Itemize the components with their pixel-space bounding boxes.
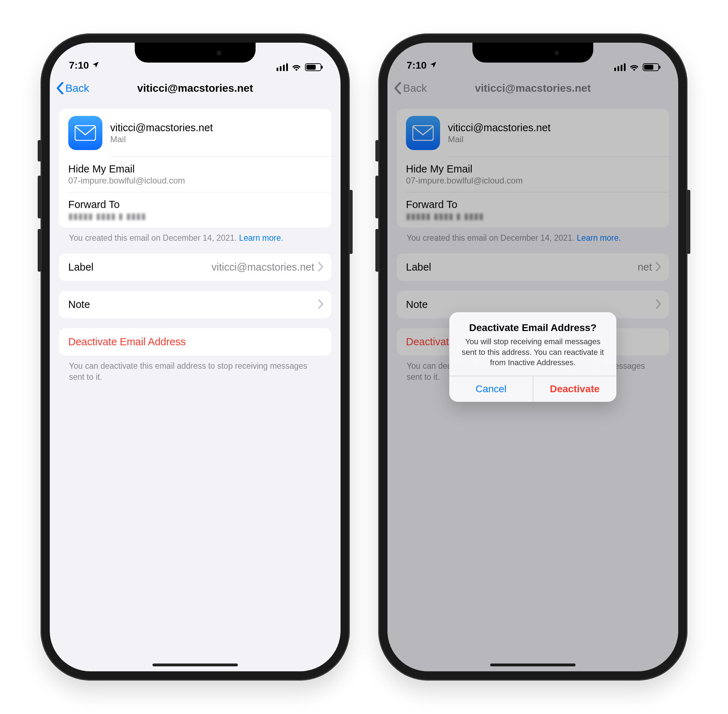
home-indicator[interactable] [153,663,238,666]
deactivate-alert: Deactivate Email Address? You will stop … [449,312,616,402]
wifi-icon [292,63,301,71]
mail-app-icon [68,116,102,150]
nav-bar: Back viticci@macstories.net [50,74,340,102]
location-icon [92,60,100,71]
info-card: viticci@macstories.net Mail Hide My Emai… [59,109,331,228]
forward-to-label: Forward To [68,199,322,210]
app-title: viticci@macstories.net [110,122,213,134]
deactivate-button[interactable]: Deactivate Email Address [59,328,331,356]
learn-more-link[interactable]: Learn more. [239,233,283,243]
iphone-mockup-right: 7:10 Back viticci@macstories.net [378,33,688,681]
forward-to-value-obscured: ▮▮▮▮▮ ▮▮▮▮ ▮ ▮▮▮▮ [68,211,322,221]
notch [135,43,256,63]
home-indicator[interactable] [490,663,575,666]
label-row[interactable]: Label viticci@macstories.net [59,254,331,281]
iphone-mockup-left: 7:10 Back viticci@macstories.net [40,33,350,681]
app-subtitle: Mail [110,134,213,144]
svg-rect-0 [75,126,96,141]
chevron-right-icon [318,299,324,310]
deactivate-label: Deactivate Email Address [68,336,186,348]
back-button[interactable]: Back [56,82,89,94]
battery-icon [305,63,321,71]
label-row-title: Label [68,261,93,273]
chevron-right-icon [318,262,324,273]
alert-title: Deactivate Email Address? [459,322,607,333]
alert-deactivate-button[interactable]: Deactivate [533,376,617,402]
note-row-title: Note [68,298,90,310]
alert-cancel-button[interactable]: Cancel [449,376,533,402]
status-time: 7:10 [69,60,89,71]
back-label: Back [65,82,89,94]
hide-my-email-label: Hide My Email [68,163,322,175]
nav-title: viticci@macstories.net [50,82,340,94]
label-row-value: viticci@macstories.net [211,261,314,273]
cellular-icon [277,63,288,71]
note-row[interactable]: Note [59,291,331,318]
created-footer: You created this email on December 14, 2… [59,228,331,244]
deactivate-footer: You can deactivate this email address to… [59,356,331,382]
hide-my-email-value: 07-impure.bowlful@icloud.com [68,176,322,186]
alert-message: You will stop receiving email messages s… [459,336,607,368]
